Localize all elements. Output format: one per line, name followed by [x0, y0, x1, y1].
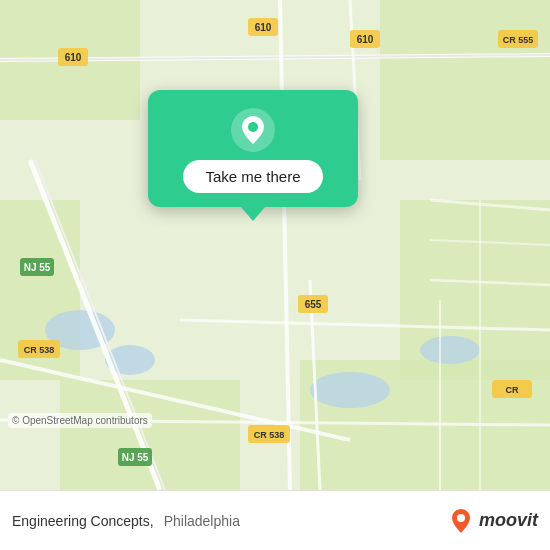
svg-text:610: 610 — [65, 52, 82, 63]
location-city: Philadelphia — [164, 513, 240, 529]
svg-point-10 — [420, 336, 480, 364]
svg-text:NJ 55: NJ 55 — [24, 262, 51, 273]
moovit-logo: moovit — [447, 507, 538, 535]
svg-rect-2 — [380, 0, 550, 160]
svg-text:NJ 55: NJ 55 — [122, 452, 149, 463]
map-popup: Take me there — [148, 90, 358, 207]
svg-text:CR 555: CR 555 — [503, 35, 534, 45]
svg-text:CR 538: CR 538 — [254, 430, 285, 440]
location-name: Engineering Concepts, — [12, 513, 154, 529]
svg-text:CR 538: CR 538 — [24, 345, 55, 355]
take-me-there-button[interactable]: Take me there — [183, 160, 322, 193]
moovit-brand-text: moovit — [479, 510, 538, 531]
svg-point-48 — [457, 514, 465, 522]
svg-text:CR: CR — [506, 385, 519, 395]
bottom-bar: Engineering Concepts, Philadelphia moovi… — [0, 490, 550, 550]
location-pin-icon — [231, 108, 275, 152]
svg-rect-6 — [60, 380, 240, 490]
map-view[interactable]: 610 610 610 CR 555 NJ 55 CR 538 655 CR 5… — [0, 0, 550, 490]
moovit-pin-icon — [447, 507, 475, 535]
svg-text:655: 655 — [305, 299, 322, 310]
map-copyright: © OpenStreetMap contributors — [8, 413, 152, 428]
svg-point-47 — [248, 122, 258, 132]
svg-text:610: 610 — [255, 22, 272, 33]
svg-point-9 — [310, 372, 390, 408]
svg-text:610: 610 — [357, 34, 374, 45]
